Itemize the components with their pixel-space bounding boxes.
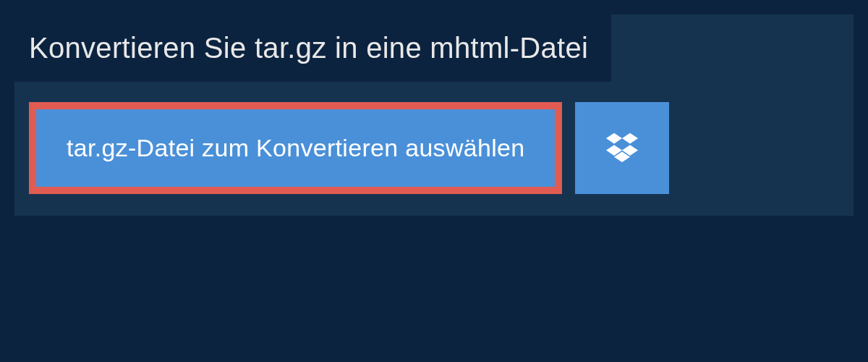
header-container: Konvertieren Sie tar.gz in eine mhtml-Da… — [14, 14, 611, 82]
dropbox-icon — [606, 131, 638, 165]
dropbox-button[interactable] — [575, 102, 669, 194]
select-button-highlight: tar.gz-Datei zum Konvertieren auswählen — [29, 102, 562, 194]
converter-panel: Konvertieren Sie tar.gz in eine mhtml-Da… — [14, 14, 854, 216]
page-title: Konvertieren Sie tar.gz in eine mhtml-Da… — [29, 32, 588, 64]
actions-row: tar.gz-Datei zum Konvertieren auswählen — [14, 102, 854, 194]
select-file-button[interactable]: tar.gz-Datei zum Konvertieren auswählen — [36, 109, 555, 187]
